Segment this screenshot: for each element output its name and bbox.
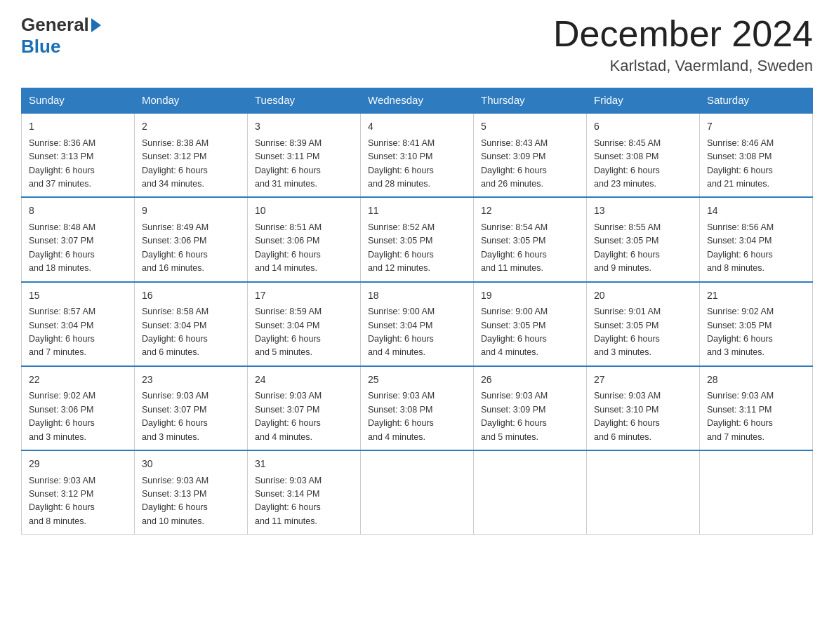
logo-blue-text: Blue bbox=[21, 36, 60, 58]
calendar-day-cell: 27 Sunrise: 9:03 AMSunset: 3:10 PMDaylig… bbox=[587, 366, 700, 450]
day-number: 6 bbox=[594, 119, 692, 135]
day-number: 27 bbox=[594, 373, 692, 388]
day-info: Sunrise: 8:46 AMSunset: 3:08 PMDaylight:… bbox=[707, 138, 774, 189]
calendar-day-cell bbox=[700, 450, 813, 535]
calendar-day-cell: 4 Sunrise: 8:41 AMSunset: 3:10 PMDayligh… bbox=[361, 113, 474, 198]
calendar-day-cell: 6 Sunrise: 8:45 AMSunset: 3:08 PMDayligh… bbox=[587, 113, 700, 198]
day-info: Sunrise: 9:02 AMSunset: 3:06 PMDaylight:… bbox=[29, 391, 95, 441]
calendar-body: 1 Sunrise: 8:36 AMSunset: 3:13 PMDayligh… bbox=[22, 113, 813, 535]
day-info: Sunrise: 8:39 AMSunset: 3:11 PMDaylight:… bbox=[255, 138, 322, 189]
day-info: Sunrise: 9:01 AMSunset: 3:05 PMDaylight:… bbox=[594, 307, 661, 357]
day-number: 4 bbox=[368, 119, 466, 135]
calendar-day-cell: 25 Sunrise: 9:03 AMSunset: 3:08 PMDaylig… bbox=[361, 366, 474, 450]
calendar-day-cell: 15 Sunrise: 8:57 AMSunset: 3:04 PMDaylig… bbox=[22, 282, 135, 366]
day-info: Sunrise: 9:02 AMSunset: 3:05 PMDaylight:… bbox=[707, 307, 774, 357]
day-info: Sunrise: 8:52 AMSunset: 3:05 PMDaylight:… bbox=[368, 222, 435, 273]
day-number: 20 bbox=[594, 288, 692, 304]
calendar-day-cell bbox=[587, 450, 700, 535]
logo-general-text: General bbox=[21, 14, 89, 36]
day-number: 16 bbox=[142, 288, 240, 304]
day-info: Sunrise: 9:03 AMSunset: 3:12 PMDaylight:… bbox=[29, 476, 95, 526]
day-number: 1 bbox=[29, 119, 127, 135]
weekday-header-sunday: Sunday bbox=[22, 88, 135, 113]
calendar-day-cell bbox=[474, 450, 587, 535]
day-number: 23 bbox=[142, 373, 240, 388]
calendar-day-cell: 14 Sunrise: 8:56 AMSunset: 3:04 PMDaylig… bbox=[700, 197, 813, 281]
calendar-day-cell: 3 Sunrise: 8:39 AMSunset: 3:11 PMDayligh… bbox=[248, 113, 361, 198]
day-info: Sunrise: 8:58 AMSunset: 3:04 PMDaylight:… bbox=[142, 307, 208, 357]
day-info: Sunrise: 8:55 AMSunset: 3:05 PMDaylight:… bbox=[594, 222, 661, 273]
day-number: 25 bbox=[368, 373, 466, 388]
calendar-day-cell: 19 Sunrise: 9:00 AMSunset: 3:05 PMDaylig… bbox=[474, 282, 587, 366]
calendar-day-cell: 21 Sunrise: 9:02 AMSunset: 3:05 PMDaylig… bbox=[700, 282, 813, 366]
day-info: Sunrise: 9:00 AMSunset: 3:05 PMDaylight:… bbox=[481, 307, 548, 357]
calendar-day-cell: 17 Sunrise: 8:59 AMSunset: 3:04 PMDaylig… bbox=[248, 282, 361, 366]
calendar-day-cell: 29 Sunrise: 9:03 AMSunset: 3:12 PMDaylig… bbox=[22, 450, 135, 535]
calendar-day-cell: 22 Sunrise: 9:02 AMSunset: 3:06 PMDaylig… bbox=[22, 366, 135, 450]
day-info: Sunrise: 8:36 AMSunset: 3:13 PMDaylight:… bbox=[29, 138, 95, 189]
day-number: 17 bbox=[255, 288, 353, 304]
calendar-day-cell: 2 Sunrise: 8:38 AMSunset: 3:12 PMDayligh… bbox=[135, 113, 248, 198]
weekday-header-thursday: Thursday bbox=[474, 88, 587, 113]
day-number: 30 bbox=[142, 457, 240, 472]
calendar-day-cell: 5 Sunrise: 8:43 AMSunset: 3:09 PMDayligh… bbox=[474, 113, 587, 198]
title-section: December 2024 Karlstad, Vaermland, Swede… bbox=[553, 14, 813, 75]
day-number: 18 bbox=[368, 288, 466, 304]
day-info: Sunrise: 8:59 AMSunset: 3:04 PMDaylight:… bbox=[255, 307, 322, 357]
calendar-day-cell: 23 Sunrise: 9:03 AMSunset: 3:07 PMDaylig… bbox=[135, 366, 248, 450]
day-info: Sunrise: 9:03 AMSunset: 3:10 PMDaylight:… bbox=[594, 391, 661, 441]
day-number: 7 bbox=[707, 119, 805, 135]
day-number: 31 bbox=[255, 457, 353, 472]
day-number: 5 bbox=[481, 119, 579, 135]
weekday-header-tuesday: Tuesday bbox=[248, 88, 361, 113]
weekday-header-monday: Monday bbox=[135, 88, 248, 113]
calendar-day-cell: 20 Sunrise: 9:01 AMSunset: 3:05 PMDaylig… bbox=[587, 282, 700, 366]
day-info: Sunrise: 9:03 AMSunset: 3:07 PMDaylight:… bbox=[255, 391, 322, 441]
day-info: Sunrise: 8:38 AMSunset: 3:12 PMDaylight:… bbox=[142, 138, 208, 189]
calendar-header: SundayMondayTuesdayWednesdayThursdayFrid… bbox=[22, 88, 813, 113]
day-number: 13 bbox=[594, 203, 692, 219]
calendar-day-cell: 10 Sunrise: 8:51 AMSunset: 3:06 PMDaylig… bbox=[248, 197, 361, 281]
day-number: 15 bbox=[29, 288, 127, 304]
day-info: Sunrise: 8:56 AMSunset: 3:04 PMDaylight:… bbox=[707, 222, 774, 273]
calendar-day-cell: 7 Sunrise: 8:46 AMSunset: 3:08 PMDayligh… bbox=[700, 113, 813, 198]
day-number: 3 bbox=[255, 119, 353, 135]
calendar-week-row: 15 Sunrise: 8:57 AMSunset: 3:04 PMDaylig… bbox=[22, 282, 813, 366]
calendar-day-cell: 28 Sunrise: 9:03 AMSunset: 3:11 PMDaylig… bbox=[700, 366, 813, 450]
day-number: 24 bbox=[255, 373, 353, 388]
calendar-week-row: 29 Sunrise: 9:03 AMSunset: 3:12 PMDaylig… bbox=[22, 450, 813, 535]
calendar-day-cell: 9 Sunrise: 8:49 AMSunset: 3:06 PMDayligh… bbox=[135, 197, 248, 281]
calendar-day-cell: 24 Sunrise: 9:03 AMSunset: 3:07 PMDaylig… bbox=[248, 366, 361, 450]
calendar-day-cell: 12 Sunrise: 8:54 AMSunset: 3:05 PMDaylig… bbox=[474, 197, 587, 281]
calendar-table: SundayMondayTuesdayWednesdayThursdayFrid… bbox=[21, 88, 813, 535]
calendar-day-cell: 26 Sunrise: 9:03 AMSunset: 3:09 PMDaylig… bbox=[474, 366, 587, 450]
weekday-header-friday: Friday bbox=[587, 88, 700, 113]
day-info: Sunrise: 8:51 AMSunset: 3:06 PMDaylight:… bbox=[255, 222, 322, 273]
calendar-day-cell: 11 Sunrise: 8:52 AMSunset: 3:05 PMDaylig… bbox=[361, 197, 474, 281]
weekday-header-saturday: Saturday bbox=[700, 88, 813, 113]
calendar-day-cell: 31 Sunrise: 9:03 AMSunset: 3:14 PMDaylig… bbox=[248, 450, 361, 535]
page-header: General Blue December 2024 Karlstad, Vae… bbox=[21, 14, 813, 75]
day-info: Sunrise: 9:03 AMSunset: 3:08 PMDaylight:… bbox=[368, 391, 435, 441]
day-number: 9 bbox=[142, 203, 240, 219]
calendar-day-cell: 18 Sunrise: 9:00 AMSunset: 3:04 PMDaylig… bbox=[361, 282, 474, 366]
day-info: Sunrise: 9:03 AMSunset: 3:14 PMDaylight:… bbox=[255, 476, 322, 526]
day-info: Sunrise: 8:49 AMSunset: 3:06 PMDaylight:… bbox=[142, 222, 208, 273]
logo: General Blue bbox=[21, 14, 102, 58]
day-info: Sunrise: 8:41 AMSunset: 3:10 PMDaylight:… bbox=[368, 138, 435, 189]
day-info: Sunrise: 9:03 AMSunset: 3:09 PMDaylight:… bbox=[481, 391, 548, 441]
day-info: Sunrise: 8:54 AMSunset: 3:05 PMDaylight:… bbox=[481, 222, 548, 273]
day-number: 28 bbox=[707, 373, 805, 388]
calendar-week-row: 22 Sunrise: 9:02 AMSunset: 3:06 PMDaylig… bbox=[22, 366, 813, 450]
day-info: Sunrise: 9:00 AMSunset: 3:04 PMDaylight:… bbox=[368, 307, 435, 357]
day-info: Sunrise: 9:03 AMSunset: 3:07 PMDaylight:… bbox=[142, 391, 208, 441]
calendar-day-cell: 30 Sunrise: 9:03 AMSunset: 3:13 PMDaylig… bbox=[135, 450, 248, 535]
day-number: 10 bbox=[255, 203, 353, 219]
day-info: Sunrise: 9:03 AMSunset: 3:11 PMDaylight:… bbox=[707, 391, 774, 441]
calendar-week-row: 1 Sunrise: 8:36 AMSunset: 3:13 PMDayligh… bbox=[22, 113, 813, 198]
day-number: 26 bbox=[481, 373, 579, 388]
day-number: 11 bbox=[368, 203, 466, 219]
weekday-row: SundayMondayTuesdayWednesdayThursdayFrid… bbox=[22, 88, 813, 113]
calendar-week-row: 8 Sunrise: 8:48 AMSunset: 3:07 PMDayligh… bbox=[22, 197, 813, 281]
day-info: Sunrise: 8:45 AMSunset: 3:08 PMDaylight:… bbox=[594, 138, 661, 189]
